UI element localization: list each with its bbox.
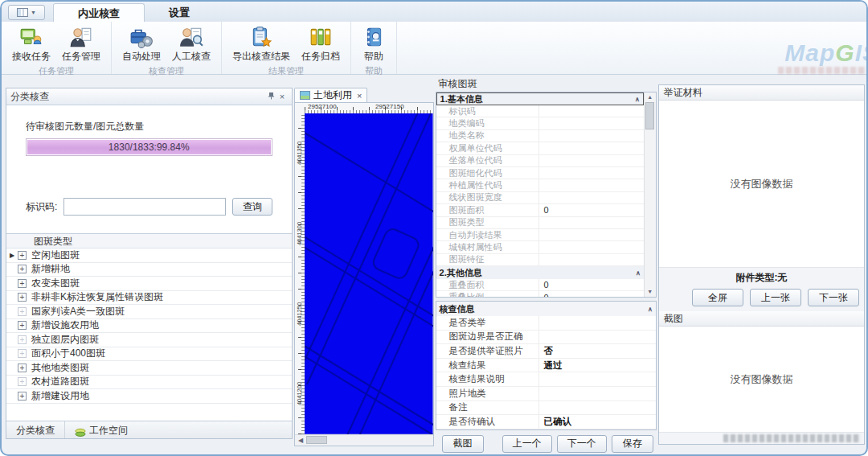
app-menu-button[interactable]: ▼ (8, 5, 45, 20)
list-item[interactable]: ▶ + 新增设施农用地 (6, 319, 292, 334)
check-value-cell[interactable] (539, 387, 656, 401)
grid-value-cell[interactable]: 0 (539, 204, 644, 216)
close-icon[interactable]: × (276, 92, 288, 101)
tab-classify-check[interactable]: 分类核查 (6, 421, 64, 438)
scroll-down-icon[interactable]: ▼ (647, 287, 653, 297)
grid-vertical-scrollbar[interactable]: ▲ ▼ (644, 92, 656, 297)
grid-row: 线状图斑宽度 (436, 192, 644, 204)
section-basic-info[interactable]: 1.基本信息 ∧ (436, 92, 644, 105)
prev-photo-button[interactable]: 上一张 (750, 289, 801, 306)
grid-row: 图斑特征 (436, 254, 644, 266)
task-manage-button[interactable]: 任务管理 (58, 23, 104, 65)
list-item[interactable]: ▶ + 空闲地图斑 (6, 249, 292, 263)
map-panel: 土地利用 × 29527100 29527150 404135040413004… (294, 88, 434, 442)
prev-item-button[interactable]: 上一个 (502, 435, 552, 453)
expand-icon[interactable]: + (18, 364, 27, 372)
check-value-cell[interactable]: 否 (539, 344, 656, 358)
grid-row: 图斑面积 0 (436, 204, 644, 216)
expand-icon[interactable]: + (18, 293, 27, 302)
receive-task-button[interactable]: 接收任务 (8, 23, 55, 65)
grid-value-cell[interactable] (539, 217, 644, 228)
help-button[interactable]: 帮助 (358, 23, 390, 65)
auto-process-button[interactable]: 自动处理 (118, 23, 165, 65)
scroll-thumb[interactable] (306, 436, 327, 444)
tab-workspace[interactable]: 工作空间 (64, 421, 137, 438)
ribbon-group-label: 任务管理 (8, 65, 104, 77)
list-item[interactable]: ▶ + 非耕非K标注恢复属性错误图斑 (6, 291, 292, 306)
scroll-left-icon[interactable]: ◀ (295, 437, 306, 444)
save-button[interactable]: 保存 (612, 435, 653, 453)
check-row: 备注 (436, 401, 656, 416)
grid-value-cell[interactable] (539, 105, 644, 117)
expand-icon[interactable]: + (18, 251, 27, 260)
map-canvas[interactable] (305, 113, 433, 434)
grid-value-cell[interactable] (539, 130, 644, 142)
expand-icon[interactable]: + (18, 377, 27, 386)
list-item[interactable]: ▶ + 农变未图斑 (6, 277, 292, 291)
pin-icon[interactable] (265, 92, 276, 101)
query-button[interactable]: 查询 (232, 198, 272, 216)
list-item[interactable]: ▶ + 独立图层内图斑 (6, 333, 292, 347)
check-value-cell[interactable]: 已确认 (539, 415, 656, 429)
grid-value-cell[interactable] (539, 241, 644, 253)
check-row: 是否类举 (436, 316, 656, 331)
list-item[interactable]: ▶ + 新增耕地 (6, 263, 292, 277)
grid-value-cell[interactable] (539, 142, 644, 154)
id-input[interactable] (63, 198, 226, 216)
grid-value-cell[interactable] (539, 155, 644, 166)
section-other-info[interactable]: 2.其他信息 ∧ (436, 266, 644, 279)
next-photo-button[interactable]: 下一张 (808, 289, 859, 306)
ribbon-group-help: 帮助 帮助 (351, 22, 397, 74)
ribbon-tab-settings[interactable]: 设置 (145, 3, 214, 22)
expand-icon[interactable]: + (18, 392, 27, 401)
grid-value-cell[interactable]: 0 (539, 291, 644, 297)
manual-check-button[interactable]: 人工核查 (168, 23, 215, 65)
classify-check-panel: 分类核查 × 待审核图元数量/图元总数量 1830/1833:99.84% 标识… (6, 88, 293, 439)
list-item[interactable]: ▶ + 面积小于400图斑 (6, 347, 292, 362)
tree-header: 图斑类型 (6, 234, 292, 249)
grid-value-cell[interactable] (539, 179, 644, 191)
list-item[interactable]: ▶ + 农村道路图斑 (6, 376, 292, 390)
ribbon-group-check: 自动处理 人工核查 核查管理 (112, 22, 222, 74)
check-value-cell[interactable] (539, 372, 656, 386)
list-item[interactable]: ▶ + 其他地类图斑 (6, 361, 292, 376)
grid-row: 重叠面积 0 (436, 279, 644, 291)
grid-value-cell[interactable]: 0 (539, 279, 644, 290)
section-check-info[interactable]: 核查信息 ∧ (436, 302, 656, 316)
scroll-up-icon[interactable]: ▲ (647, 92, 653, 102)
expand-icon[interactable]: + (18, 349, 27, 358)
check-row: 是否待确认 已确认 (436, 415, 656, 429)
check-row: 图斑边界是否正确 (436, 331, 656, 345)
screenshot-button[interactable]: 截图 (442, 435, 484, 453)
chevron-down-icon: ▼ (31, 10, 36, 15)
task-archive-button[interactable]: 任务归档 (297, 23, 344, 65)
fullscreen-button[interactable]: 全屏 (692, 289, 743, 306)
grid-value-cell[interactable] (539, 254, 644, 265)
check-value-cell[interactable] (539, 401, 656, 415)
expand-icon[interactable]: + (18, 307, 27, 316)
expand-icon[interactable]: + (18, 335, 27, 344)
check-row: 核查结果 通过 (436, 359, 656, 373)
check-value-cell[interactable] (539, 316, 656, 330)
list-item[interactable]: ▶ + 国家判读A类一致图斑 (6, 305, 292, 319)
scroll-thumb[interactable] (645, 102, 654, 129)
expand-icon[interactable]: + (18, 265, 27, 273)
map-tab-landuse[interactable]: 土地利用 × (294, 88, 367, 102)
check-value-cell[interactable] (539, 331, 656, 344)
grid-value-cell[interactable] (539, 192, 644, 203)
expand-icon[interactable]: + (18, 279, 27, 288)
export-results-button[interactable]: 导出核查结果 (228, 23, 294, 65)
progress-text: 1830/1833:99.84% (108, 142, 190, 153)
list-item[interactable]: ▶ + 新增建设用地 (6, 389, 292, 404)
check-value-cell[interactable]: 通过 (539, 359, 656, 372)
statusbar-smudge (723, 434, 861, 442)
grid-value-cell[interactable] (539, 117, 644, 129)
grid-value-cell[interactable] (539, 229, 644, 240)
ribbon-tab-inspection[interactable]: 内业核查 (53, 3, 145, 22)
grid-value-cell[interactable] (539, 167, 644, 179)
expand-icon[interactable]: + (18, 321, 27, 330)
attachment-type-label: 附件类型:无 (659, 268, 864, 286)
map-horizontal-scrollbar[interactable]: ◀ (295, 434, 433, 446)
tab-close-icon[interactable]: × (357, 91, 362, 101)
next-item-button[interactable]: 下一个 (557, 435, 607, 453)
